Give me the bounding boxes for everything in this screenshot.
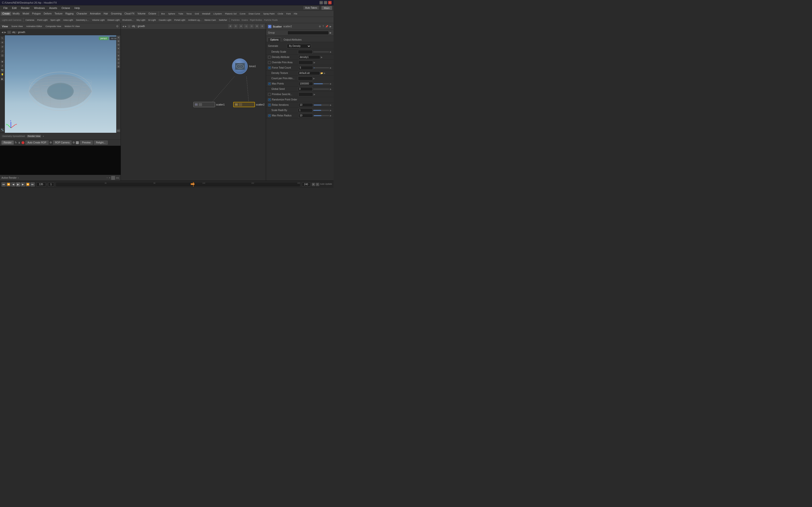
mp-slider[interactable] bbox=[314, 83, 329, 84]
viewport-btn-3[interactable]: ⊟ bbox=[117, 43, 120, 46]
active-render-close[interactable]: × bbox=[18, 177, 19, 179]
ps-expand[interactable]: ▶ bbox=[314, 93, 315, 96]
timeline-bar[interactable]: 48 96 144 192 240 135 bbox=[56, 182, 300, 187]
play-next-key[interactable]: ⏩ bbox=[26, 182, 30, 187]
ri-input[interactable] bbox=[298, 103, 313, 107]
scale-icon[interactable]: ⤢ bbox=[0, 49, 4, 53]
op-input[interactable] bbox=[298, 61, 313, 64]
mrr-input[interactable] bbox=[298, 114, 313, 118]
gs-expand[interactable]: ▶ bbox=[330, 88, 332, 90]
play-prev-key[interactable]: ⏪ bbox=[6, 182, 11, 187]
prop-expand-icon[interactable]: ▶ bbox=[329, 25, 332, 28]
ftc-input[interactable] bbox=[298, 66, 313, 70]
timeline-settings[interactable]: ⊞ ⊡ Auto Update bbox=[312, 183, 332, 186]
ne-icon-2[interactable]: ⊟ bbox=[234, 24, 238, 29]
viewport-btn-2[interactable]: ⊞ bbox=[117, 39, 120, 43]
mp-expand[interactable]: ▶ bbox=[330, 82, 332, 85]
ne-icon-6[interactable]: ⊞ bbox=[255, 24, 259, 29]
mp-input[interactable] bbox=[298, 82, 313, 86]
camera-icon[interactable]: 📷 bbox=[0, 68, 4, 72]
tool-distantlight[interactable]: Distant Light bbox=[106, 18, 121, 22]
toolbar-deform[interactable]: Deform bbox=[42, 12, 53, 15]
ftc-slider[interactable] bbox=[314, 67, 329, 68]
sr-slider[interactable] bbox=[313, 110, 329, 111]
tool-curve[interactable]: Curve bbox=[238, 12, 247, 15]
tool-skylight[interactable]: Sky Light bbox=[135, 18, 147, 22]
preview-btn[interactable]: Preview bbox=[80, 140, 93, 145]
prop-help-icon[interactable]: ? bbox=[322, 25, 324, 28]
play-prev-frame[interactable]: ◀ bbox=[11, 182, 15, 187]
sr-input[interactable] bbox=[298, 108, 312, 112]
minimize-button[interactable]: — bbox=[319, 1, 323, 4]
main-button[interactable]: Main bbox=[321, 6, 332, 10]
dt-expand[interactable]: ▶ bbox=[324, 72, 325, 74]
handle-icon[interactable]: ⊡ bbox=[0, 54, 4, 57]
tool-pointlight[interactable]: Point Light bbox=[36, 18, 49, 22]
op-expand[interactable]: ▶ bbox=[314, 61, 315, 64]
ds-input[interactable] bbox=[298, 50, 312, 54]
tool-sphere[interactable]: Sphere bbox=[167, 12, 176, 15]
render-icon-stop[interactable] bbox=[21, 141, 24, 144]
gs-slider[interactable] bbox=[313, 89, 329, 90]
move-icon[interactable]: ✛ bbox=[0, 41, 4, 44]
viewport-btn-7[interactable]: ⊕ bbox=[117, 57, 120, 61]
ne-btn-1[interactable]: ◀ bbox=[122, 25, 124, 27]
grid-icon[interactable]: # bbox=[0, 64, 4, 68]
tool-torus[interactable]: Torus bbox=[185, 12, 193, 15]
render-plus[interactable]: + bbox=[109, 176, 110, 179]
mrr-checkbox[interactable]: ✓ bbox=[268, 114, 271, 117]
menu-assets[interactable]: Assets bbox=[47, 6, 59, 10]
node-scatter1[interactable]: scatter1 bbox=[193, 102, 225, 107]
spreadsheet-tab[interactable]: Geometry Spreadsheet bbox=[1, 135, 26, 137]
select-icon[interactable]: ↖ bbox=[0, 36, 4, 40]
da-input[interactable] bbox=[298, 55, 320, 59]
tool-platonic[interactable]: Platonic Sol bbox=[223, 12, 238, 15]
tool-grid[interactable]: Grid bbox=[193, 12, 200, 15]
play-to-end[interactable]: ⏭ bbox=[31, 182, 35, 187]
render-settings-btn[interactable]: ⚙ bbox=[50, 141, 52, 144]
toolbar-rigging[interactable]: Rigging bbox=[64, 12, 75, 15]
prop-pin-icon[interactable]: 📌 bbox=[325, 25, 328, 28]
viewport-btn-5[interactable]: ○ bbox=[117, 50, 120, 54]
tool-font[interactable]: Font bbox=[285, 12, 292, 15]
auto-update[interactable]: Auto Update bbox=[320, 183, 332, 186]
node-torus1[interactable]: torus1 bbox=[232, 58, 256, 74]
play-to-start[interactable]: ⏮ bbox=[1, 182, 6, 187]
tool-icon[interactable]: 🔧 bbox=[0, 128, 4, 132]
render-icon-refresh[interactable]: ↻ bbox=[15, 141, 17, 144]
generate-dropdown[interactable]: By Density By Count Manually bbox=[287, 44, 311, 48]
mp-checkbox[interactable]: ✓ bbox=[268, 82, 271, 85]
toolbar-model[interactable]: Model bbox=[21, 12, 31, 15]
ri-slider[interactable] bbox=[314, 105, 329, 106]
ne-btn-2[interactable]: ▶ bbox=[125, 25, 126, 27]
tab-motionfxview[interactable]: Motion FX View bbox=[63, 24, 81, 28]
rpo-checkbox[interactable]: ✓ bbox=[268, 98, 271, 101]
toolbar-polygon[interactable]: Polygon bbox=[31, 12, 42, 15]
ds-slider[interactable] bbox=[313, 51, 329, 52]
op-checkbox[interactable] bbox=[268, 61, 271, 64]
tool-ambientlig[interactable]: Ambient Lig... bbox=[187, 18, 203, 22]
ri-expand[interactable]: ▶ bbox=[330, 104, 332, 106]
menu-help[interactable]: Help bbox=[72, 6, 82, 10]
fps-input[interactable] bbox=[48, 182, 54, 187]
ftc-checkbox[interactable]: ✓ bbox=[268, 66, 271, 69]
tab-options[interactable]: Options bbox=[267, 38, 281, 42]
play-next-frame[interactable]: ▶ bbox=[21, 182, 25, 187]
snap-icon[interactable]: ◈ bbox=[0, 60, 4, 63]
viewport-settings-icon[interactable]: ⚙ bbox=[115, 24, 120, 28]
tl-icon-1[interactable]: ⊞ bbox=[312, 183, 315, 186]
ri-checkbox[interactable]: ✓ bbox=[268, 104, 271, 107]
mrr-expand[interactable]: ▶ bbox=[330, 114, 332, 117]
render-button[interactable]: Render bbox=[1, 140, 14, 145]
da-expand[interactable]: ▶ bbox=[321, 56, 323, 58]
tab-animeditor[interactable]: Animation Editor bbox=[24, 24, 44, 28]
tool-environment[interactable]: Environm... bbox=[121, 18, 135, 22]
tool-file[interactable]: File bbox=[292, 12, 299, 15]
toolbar-octane[interactable]: Octane bbox=[147, 12, 158, 15]
group-expand[interactable]: ▶ bbox=[329, 32, 332, 34]
tool-tube[interactable]: Tube bbox=[177, 12, 185, 15]
viewport-btn-8[interactable]: ◎ bbox=[117, 61, 120, 64]
menu-file[interactable]: File bbox=[1, 6, 10, 10]
ne-icon-7[interactable]: ⊟ bbox=[260, 24, 264, 29]
tab-compositeview[interactable]: Composite View bbox=[44, 24, 63, 28]
